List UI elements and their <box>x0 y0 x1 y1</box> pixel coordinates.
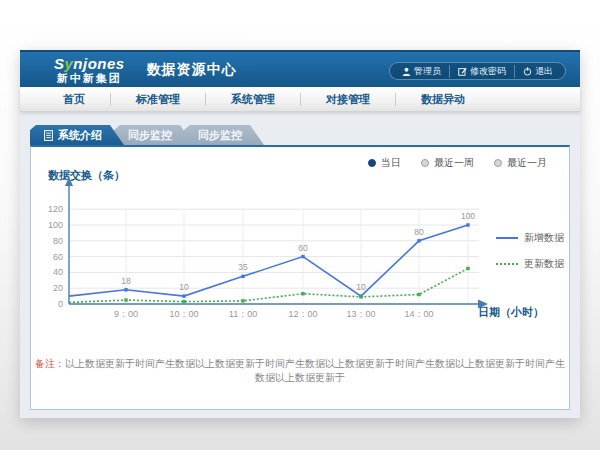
svg-text:18: 18 <box>121 276 131 286</box>
legend-item-updated-data[interactable]: 更新数据 <box>496 257 564 271</box>
main-nav: 首页 标准管理 系统管理 对接管理 数据异动 <box>20 87 580 112</box>
svg-text:60: 60 <box>298 243 308 253</box>
nav-item-interface-mgmt[interactable]: 对接管理 <box>300 93 395 106</box>
tab-label: 同步监控 <box>198 128 242 143</box>
change-password-button[interactable]: 修改密码 <box>449 65 514 78</box>
logo-subtitle: 新中新集团 <box>54 73 125 84</box>
logout-button[interactable]: 退出 <box>514 65 561 78</box>
svg-text:9：00: 9：00 <box>114 309 138 319</box>
tab-strip: 系统介绍 同步监控 同步监控 <box>30 125 580 145</box>
brand-logo: Synjones 新中新集团 <box>54 56 125 84</box>
change-password-label: 修改密码 <box>470 65 506 78</box>
nav-item-system-mgmt[interactable]: 系统管理 <box>205 93 300 106</box>
svg-text:35: 35 <box>238 262 248 272</box>
legend-label: 更新数据 <box>524 257 564 271</box>
admin-user-button[interactable]: 管理员 <box>394 65 449 78</box>
blue-line-sample-icon <box>496 237 518 239</box>
user-toolbar: 管理员 修改密码 退出 <box>389 62 566 80</box>
green-dotted-sample-icon <box>496 263 518 265</box>
logo-rest: njones <box>73 55 124 72</box>
svg-text:40: 40 <box>53 267 63 277</box>
svg-text:80: 80 <box>53 236 63 246</box>
power-icon <box>523 67 532 76</box>
tab-sync-monitor-1[interactable]: 同步监控 <box>114 125 194 145</box>
svg-text:12：00: 12：00 <box>288 309 317 319</box>
svg-text:120: 120 <box>48 204 63 214</box>
logo-text: Synjones <box>54 56 125 71</box>
tab-sync-monitor-2[interactable]: 同步监控 <box>184 125 264 145</box>
svg-text:13：00: 13：00 <box>346 309 375 319</box>
logout-label: 退出 <box>535 65 553 78</box>
edit-icon <box>458 67 467 76</box>
chart-panel: 当日 最近一周 最近一月 数据交换（条） 日期（小时） 020406080100… <box>30 145 570 410</box>
svg-text:0: 0 <box>58 299 63 309</box>
legend-item-new-data[interactable]: 新增数据 <box>496 231 564 245</box>
svg-text:100: 100 <box>48 220 63 230</box>
series-legend: 新增数据 更新数据 <box>496 231 564 283</box>
line-chart: 0204060801001209：0010：0011：0012：0013：001… <box>31 147 571 347</box>
svg-text:60: 60 <box>53 252 63 262</box>
svg-text:20: 20 <box>53 283 63 293</box>
admin-label: 管理员 <box>414 65 441 78</box>
nav-item-data-change[interactable]: 数据异动 <box>395 93 490 106</box>
app-header: Synjones 新中新集团 数据资源中心 管理员 修改密码 退出 <box>20 50 580 87</box>
tab-system-intro[interactable]: 系统介绍 <box>30 125 124 145</box>
svg-text:10：00: 10：00 <box>169 309 198 319</box>
footnote-text: 以上数据更新于时间产生数据以上数据更新于时间产生数据以上数据更新于时间产生数据以… <box>65 358 565 383</box>
document-icon <box>44 130 53 141</box>
svg-text:11：00: 11：00 <box>229 309 257 319</box>
footnote: 备注：以上数据更新于时间产生数据以上数据更新于时间产生数据以上数据更新于时间产生… <box>31 357 569 385</box>
logo-s: S <box>54 55 65 72</box>
svg-text:14：00: 14：00 <box>404 309 433 319</box>
svg-text:10: 10 <box>179 282 189 292</box>
app-window: Synjones 新中新集团 数据资源中心 管理员 修改密码 退出 首页 标准管… <box>20 50 580 418</box>
tab-label: 系统介绍 <box>58 128 102 143</box>
user-icon <box>402 67 411 76</box>
svg-text:10: 10 <box>356 282 366 292</box>
nav-item-home[interactable]: 首页 <box>38 93 110 106</box>
nav-item-standard-mgmt[interactable]: 标准管理 <box>110 93 205 106</box>
tab-label: 同步监控 <box>128 128 172 143</box>
svg-text:80: 80 <box>414 227 424 237</box>
page-title: 数据资源中心 <box>147 61 237 79</box>
legend-label: 新增数据 <box>524 231 564 245</box>
footnote-prefix: 备注： <box>35 358 65 369</box>
svg-text:100: 100 <box>461 211 475 221</box>
